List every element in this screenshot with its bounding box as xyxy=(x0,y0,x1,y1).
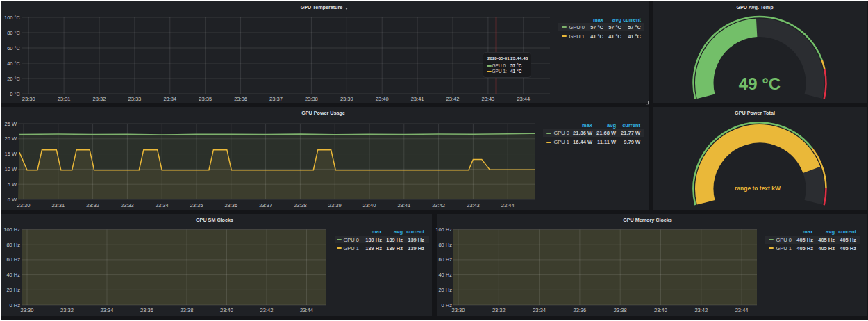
svg-text:23:36: 23:36 xyxy=(140,307,153,313)
svg-text:23:31: 23:31 xyxy=(58,96,71,102)
svg-text:23:30: 23:30 xyxy=(17,202,31,208)
svg-text:23:34: 23:34 xyxy=(156,202,169,208)
svg-text:0 W: 0 W xyxy=(8,197,17,203)
svg-text:15 W: 15 W xyxy=(4,151,17,157)
svg-text:20 Hz: 20 Hz xyxy=(438,287,452,293)
svg-text:23:41: 23:41 xyxy=(397,202,410,208)
svg-text:23:34: 23:34 xyxy=(101,307,114,313)
svg-text:23:44: 23:44 xyxy=(501,202,515,208)
svg-text:23:36: 23:36 xyxy=(574,307,587,313)
svg-text:60 Hz: 60 Hz xyxy=(6,256,20,263)
svg-text:23:30: 23:30 xyxy=(22,96,35,102)
svg-text:23:40: 23:40 xyxy=(363,202,376,208)
svg-text:23:44: 23:44 xyxy=(517,96,530,102)
svg-text:80 Hz: 80 Hz xyxy=(6,242,20,248)
svg-text:23:42: 23:42 xyxy=(694,307,708,313)
svg-text:40 °C: 40 °C xyxy=(7,60,20,67)
svg-text:23:34: 23:34 xyxy=(533,307,546,313)
svg-text:23:32: 23:32 xyxy=(492,307,506,313)
svg-text:23:36: 23:36 xyxy=(234,96,247,102)
svg-text:23:39: 23:39 xyxy=(328,202,342,208)
svg-text:23:33: 23:33 xyxy=(128,96,142,102)
svg-text:range to text kW: range to text kW xyxy=(735,185,781,192)
svg-text:23:38: 23:38 xyxy=(294,202,307,208)
svg-text:23:37: 23:37 xyxy=(269,96,283,102)
svg-text:23:30: 23:30 xyxy=(21,307,34,313)
svg-text:23:44: 23:44 xyxy=(735,307,749,313)
svg-text:20 °C: 20 °C xyxy=(7,76,20,82)
svg-text:23:33: 23:33 xyxy=(121,202,134,208)
svg-text:20 W: 20 W xyxy=(4,135,17,142)
svg-text:23:32: 23:32 xyxy=(93,96,106,102)
svg-text:20 Hz: 20 Hz xyxy=(6,287,20,293)
svg-text:0 °C: 0 °C xyxy=(10,91,20,97)
svg-text:23:40: 23:40 xyxy=(220,307,233,313)
svg-text:23:44: 23:44 xyxy=(300,307,313,313)
svg-text:23:38: 23:38 xyxy=(305,96,318,102)
svg-text:23:35: 23:35 xyxy=(199,96,212,102)
svg-text:23:32: 23:32 xyxy=(60,307,74,313)
svg-text:23:40: 23:40 xyxy=(654,307,667,313)
svg-text:23:38: 23:38 xyxy=(614,307,627,313)
svg-text:100 °C: 100 °C xyxy=(4,15,21,21)
svg-text:23:42: 23:42 xyxy=(446,96,460,102)
svg-text:23:43: 23:43 xyxy=(482,96,495,102)
svg-text:23:37: 23:37 xyxy=(259,202,272,208)
svg-text:25 W: 25 W xyxy=(4,121,17,127)
svg-text:23:39: 23:39 xyxy=(340,96,353,102)
svg-text:23:43: 23:43 xyxy=(467,202,480,208)
svg-text:23:41: 23:41 xyxy=(411,96,424,102)
svg-text:23:42: 23:42 xyxy=(432,202,445,208)
svg-text:80 Hz: 80 Hz xyxy=(438,242,452,248)
svg-text:100 Hz: 100 Hz xyxy=(3,227,20,233)
svg-text:23:38: 23:38 xyxy=(181,307,194,313)
svg-text:60 Hz: 60 Hz xyxy=(438,256,452,263)
svg-text:5 W: 5 W xyxy=(8,181,17,188)
svg-text:23:32: 23:32 xyxy=(86,202,99,208)
svg-text:49 °C: 49 °C xyxy=(739,74,781,93)
svg-text:40 Hz: 40 Hz xyxy=(6,272,20,278)
svg-text:100 Hz: 100 Hz xyxy=(435,227,452,233)
svg-text:23:34: 23:34 xyxy=(163,96,176,102)
svg-text:80 °C: 80 °C xyxy=(7,30,20,36)
svg-text:0 Hz: 0 Hz xyxy=(442,302,453,308)
svg-text:10 W: 10 W xyxy=(4,166,17,172)
svg-text:23:31: 23:31 xyxy=(51,202,65,208)
svg-text:23:40: 23:40 xyxy=(376,96,389,102)
svg-text:40 Hz: 40 Hz xyxy=(438,272,452,278)
svg-text:23:42: 23:42 xyxy=(260,307,274,313)
svg-text:23:35: 23:35 xyxy=(190,202,203,208)
svg-text:23:30: 23:30 xyxy=(452,307,465,313)
svg-text:60 °C: 60 °C xyxy=(7,45,20,51)
svg-text:23:36: 23:36 xyxy=(224,202,237,208)
svg-text:0 Hz: 0 Hz xyxy=(10,302,21,308)
